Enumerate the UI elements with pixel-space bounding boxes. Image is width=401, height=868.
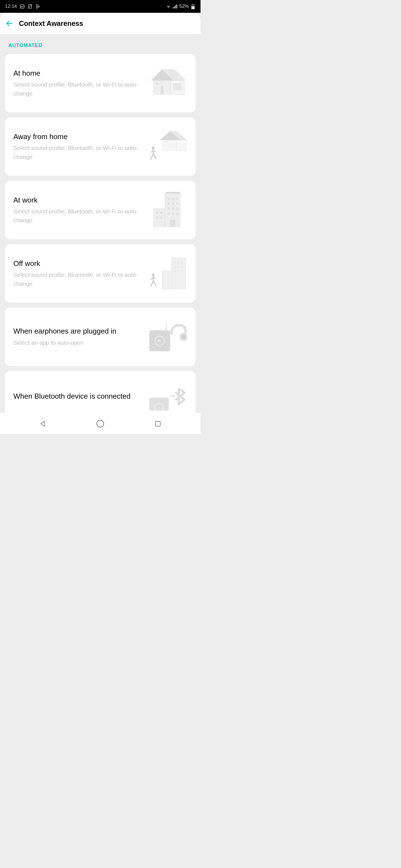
svg-rect-77 xyxy=(155,421,160,426)
nav-recent-button[interactable] xyxy=(153,419,162,428)
nav-home-button[interactable] xyxy=(96,419,105,428)
card-title: Off work xyxy=(13,259,140,269)
card-subtitle: Select an app to auto-open xyxy=(13,338,140,347)
no-sim-icon xyxy=(28,4,33,9)
svg-rect-49 xyxy=(162,271,172,289)
card-subtitle: Select sound profile, Bluetooth, or Wi-F… xyxy=(13,80,140,98)
card-text: Away from home Select sound profile, Blu… xyxy=(13,132,140,161)
svg-rect-44 xyxy=(160,211,162,214)
nav-back-button[interactable] xyxy=(38,419,47,428)
svg-rect-53 xyxy=(174,266,176,268)
svg-line-64 xyxy=(153,281,156,286)
status-time: 12:14 xyxy=(5,4,17,9)
section-label-automated: AUTOMATED xyxy=(5,34,196,54)
card-title: Away from home xyxy=(13,132,140,142)
svg-rect-35 xyxy=(172,203,174,205)
svg-rect-0 xyxy=(20,4,24,8)
svg-rect-50 xyxy=(174,262,176,264)
card-subtitle: Select sound profile, Bluetooth, or Wi-F… xyxy=(13,207,140,224)
svg-rect-37 xyxy=(168,208,170,210)
person-leaving-building-icon xyxy=(145,255,187,291)
svg-rect-41 xyxy=(172,213,174,215)
svg-rect-52 xyxy=(181,262,183,264)
card-text: When Bluetooth device is connected xyxy=(13,392,140,403)
svg-rect-20 xyxy=(162,140,177,151)
svg-rect-57 xyxy=(177,270,179,272)
svg-point-76 xyxy=(97,420,104,427)
svg-rect-3 xyxy=(173,7,173,9)
svg-rect-38 xyxy=(172,208,174,210)
card-title: When earphones are plugged in xyxy=(13,327,140,336)
battery-icon xyxy=(191,4,196,9)
svg-rect-39 xyxy=(176,208,178,210)
person-leaving-house-icon xyxy=(145,128,187,165)
svg-rect-31 xyxy=(168,197,170,200)
battery-percent: 52% xyxy=(179,4,189,9)
earphones-icon xyxy=(145,319,187,355)
picture-icon xyxy=(20,4,25,9)
house-icon xyxy=(145,65,187,101)
svg-line-26 xyxy=(151,154,153,160)
card-subtitle: Select sound profile, Bluetooth, or Wi-F… xyxy=(13,144,140,161)
svg-rect-5 xyxy=(175,5,176,8)
page-title: Context Awareness xyxy=(19,20,83,28)
svg-rect-51 xyxy=(177,262,179,264)
svg-rect-21 xyxy=(177,140,186,151)
svg-rect-46 xyxy=(160,216,162,219)
svg-rect-40 xyxy=(168,213,170,215)
svg-rect-8 xyxy=(191,6,195,9)
card-title: When Bluetooth device is connected xyxy=(13,392,140,401)
card-bluetooth[interactable]: When Bluetooth device is connected xyxy=(5,371,196,413)
card-off-work[interactable]: Off work Select sound profile, Bluetooth… xyxy=(5,244,196,303)
card-earphones[interactable]: When earphones are plugged in Select an … xyxy=(5,308,196,366)
svg-rect-32 xyxy=(172,197,174,200)
svg-point-22 xyxy=(152,147,154,149)
svg-line-27 xyxy=(153,154,156,159)
svg-rect-30 xyxy=(154,209,165,227)
svg-rect-45 xyxy=(156,216,158,219)
svg-rect-58 xyxy=(181,270,183,272)
card-at-work[interactable]: At work Select sound profile, Bluetooth,… xyxy=(5,181,196,239)
svg-rect-15 xyxy=(173,83,181,90)
svg-rect-33 xyxy=(176,197,178,200)
status-right: 52% xyxy=(166,4,196,9)
svg-rect-56 xyxy=(174,270,176,272)
status-left: 12:14 xyxy=(5,4,40,9)
svg-marker-70 xyxy=(165,329,167,331)
svg-rect-16 xyxy=(161,86,164,94)
svg-point-68 xyxy=(181,335,186,339)
svg-rect-47 xyxy=(170,220,175,227)
card-text: At work Select sound profile, Bluetooth,… xyxy=(13,195,140,225)
svg-point-73 xyxy=(171,396,172,397)
svg-point-59 xyxy=(152,274,154,276)
back-button[interactable] xyxy=(6,20,13,27)
bluetooth-icon xyxy=(145,379,187,413)
svg-rect-71 xyxy=(149,398,169,411)
svg-rect-54 xyxy=(177,266,179,268)
svg-marker-75 xyxy=(41,421,45,426)
navigation-bar xyxy=(0,413,200,434)
card-text: When earphones are plugged in Select an … xyxy=(13,327,140,347)
status-bar: 12:14 52% xyxy=(0,0,200,13)
svg-rect-36 xyxy=(176,203,178,205)
svg-point-74 xyxy=(173,395,175,398)
signal-icon xyxy=(173,4,178,9)
card-away-from-home[interactable]: Away from home Select sound profile, Blu… xyxy=(5,117,196,176)
play-protect-icon xyxy=(35,4,40,9)
svg-marker-29 xyxy=(165,192,180,193)
svg-rect-4 xyxy=(174,6,175,8)
svg-rect-6 xyxy=(176,4,177,8)
svg-rect-34 xyxy=(168,203,170,205)
card-title: At work xyxy=(13,195,140,205)
content-area: AUTOMATED At home Select sound profile, … xyxy=(0,34,200,413)
card-text: Off work Select sound profile, Bluetooth… xyxy=(13,259,140,288)
card-subtitle: Select sound profile, Bluetooth, or Wi-F… xyxy=(13,271,140,288)
svg-line-63 xyxy=(151,281,153,286)
svg-rect-55 xyxy=(181,266,183,268)
svg-rect-17 xyxy=(156,83,158,85)
svg-rect-42 xyxy=(176,213,178,215)
card-at-home[interactable]: At home Select sound profile, Bluetooth,… xyxy=(5,54,196,113)
app-bar: Context Awareness xyxy=(0,13,200,34)
card-text: At home Select sound profile, Bluetooth,… xyxy=(13,69,140,98)
svg-rect-43 xyxy=(156,211,158,214)
